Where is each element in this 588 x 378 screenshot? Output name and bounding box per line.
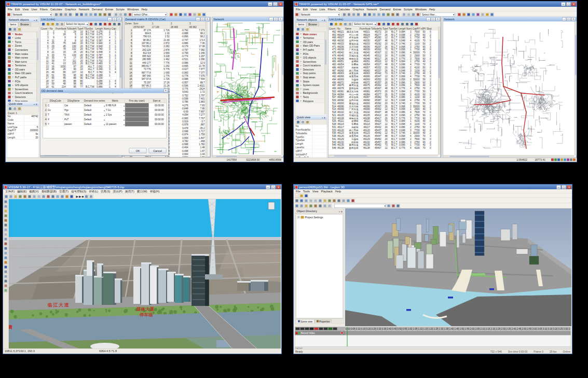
close-icon[interactable]: ✕ (164, 89, 168, 93)
toolbar-icon[interactable] (396, 22, 400, 26)
window-button[interactable]: ▢ (567, 18, 571, 21)
menu-item[interactable]: Calculate (338, 7, 350, 10)
menu-item[interactable]: Edit (15, 7, 20, 10)
toolbar-icon[interactable] (299, 204, 304, 208)
toolbar-icon[interactable] (347, 12, 351, 17)
menu-item[interactable]: 编辑(E) (17, 190, 26, 194)
playback-button[interactable] (319, 328, 323, 330)
menu-item[interactable]: 交通(T) (59, 190, 69, 194)
toolbar-icon[interactable] (18, 194, 22, 199)
menu-item[interactable]: Extras (393, 7, 401, 10)
window-button[interactable]: ✕ (571, 2, 576, 6)
tool-icon[interactable] (4, 223, 8, 227)
toolbar-icon[interactable] (412, 12, 416, 17)
filter-combo[interactable]: Select filter... (421, 12, 455, 17)
view-combo[interactable] (334, 204, 386, 208)
toolbar-icon[interactable] (318, 199, 322, 203)
toolbar-icon[interactable] (352, 12, 356, 17)
tool-icon[interactable] (4, 228, 8, 232)
window-button[interactable]: – (196, 18, 200, 21)
toolbar-icon[interactable] (327, 199, 332, 203)
toolbar-icon[interactable] (304, 193, 308, 198)
network-icon[interactable] (295, 12, 299, 17)
toolbar-icon[interactable] (169, 12, 173, 17)
toolbar-icon[interactable] (103, 12, 107, 17)
toolbar-icon[interactable] (56, 194, 60, 199)
toolbar-icon[interactable] (89, 12, 93, 17)
toolbar-icon[interactable] (396, 204, 400, 208)
network-object-item[interactable]: ▼Screenlines (295, 60, 327, 64)
toolbar-icon[interactable] (457, 12, 461, 17)
toolbar-icon[interactable] (117, 22, 121, 26)
tool-icon[interactable] (4, 288, 8, 292)
toolbar-icon[interactable] (471, 12, 475, 17)
tree-item[interactable]: +Project Settings (296, 215, 343, 220)
record-icon[interactable] (341, 332, 344, 334)
tab-scene-view[interactable]: Scene view (296, 319, 314, 323)
menu-item[interactable]: File (296, 190, 300, 193)
network-object-item[interactable]: ▼Texts (295, 95, 327, 100)
toolbar-icon[interactable] (462, 12, 466, 17)
menu-item[interactable]: Graphics (352, 7, 364, 10)
toolbar-icon[interactable] (377, 22, 381, 26)
toolbar-icon[interactable] (51, 22, 55, 26)
tab-items[interactable]: Items (296, 23, 306, 27)
toolbar-icon[interactable] (410, 22, 414, 26)
toolbar-icon[interactable] (476, 12, 480, 17)
window-button[interactable]: ▢ (431, 18, 435, 21)
toolbar-icon[interactable] (299, 199, 304, 203)
window-button[interactable]: ✕ (117, 18, 121, 21)
menu-item[interactable]: Windows (415, 7, 427, 10)
window-button[interactable]: – (561, 2, 566, 6)
toolbar-icon[interactable] (386, 12, 390, 17)
network-combo[interactable]: Network (299, 12, 340, 17)
network-object-item[interactable]: ▼Polygons (295, 99, 327, 103)
menu-item[interactable]: View (22, 7, 29, 10)
toolbar-icon[interactable] (401, 22, 405, 26)
toolbar-icon[interactable] (402, 12, 406, 17)
toolbar-icon[interactable] (348, 22, 352, 26)
toolbar-icon[interactable] (37, 194, 41, 199)
tool-icon[interactable] (4, 260, 8, 264)
toolbar-icon[interactable] (330, 22, 334, 26)
layout-combo[interactable]: Select list layout... (353, 22, 377, 26)
network-object-item[interactable]: ▼Main nodes (7, 52, 39, 56)
toolbar-icon[interactable] (309, 204, 313, 208)
toolbar-icon[interactable] (69, 12, 73, 17)
playback-button[interactable] (310, 328, 314, 330)
toolbar-icon[interactable] (346, 199, 350, 203)
network-object-item[interactable]: ▼Lines (295, 87, 327, 91)
tool-icon[interactable] (4, 251, 8, 255)
toolbar-icon[interactable] (179, 12, 183, 17)
toolbar-icon[interactable] (188, 12, 192, 17)
window-button[interactable]: ▢ (113, 18, 117, 21)
toolbar-icon[interactable] (23, 194, 27, 199)
menu-item[interactable]: Graphics (65, 7, 76, 10)
network-object-item[interactable]: ▼Screenlines (7, 87, 39, 91)
network-object-item[interactable]: ▼Nodes (7, 32, 39, 36)
menu-item[interactable]: Help (141, 7, 147, 10)
menu-item[interactable]: 帮助(H) (150, 190, 160, 194)
toolbar-icon[interactable] (93, 12, 98, 17)
window-button[interactable]: ✕ (571, 18, 576, 21)
tab-properties[interactable]: Properties (315, 319, 332, 323)
toolbar-icon[interactable] (306, 120, 310, 124)
window-button[interactable]: – (269, 18, 274, 21)
toolbar-icon[interactable] (327, 204, 332, 208)
playback-button[interactable] (296, 328, 300, 330)
toolbar-icon[interactable] (193, 12, 197, 17)
network-object-item[interactable]: ▼Links (7, 36, 39, 40)
menu-item[interactable]: 信号控制(S) (71, 190, 86, 194)
toolbar-icon[interactable] (391, 22, 395, 26)
toolbar-icon[interactable] (363, 12, 367, 17)
tool-icon[interactable] (4, 279, 8, 283)
toolbar-icon[interactable] (70, 194, 74, 199)
network-object-item[interactable]: ▼Territories (7, 64, 39, 68)
menu-item[interactable]: 窗口(W) (137, 190, 147, 194)
toolbar-icon[interactable] (381, 12, 386, 17)
network-icon[interactable] (7, 12, 11, 17)
menu-item[interactable]: File (296, 7, 300, 10)
menu-item[interactable]: View (312, 190, 319, 193)
menu-item[interactable]: Edit (303, 7, 308, 10)
window-button[interactable]: – (268, 2, 272, 6)
